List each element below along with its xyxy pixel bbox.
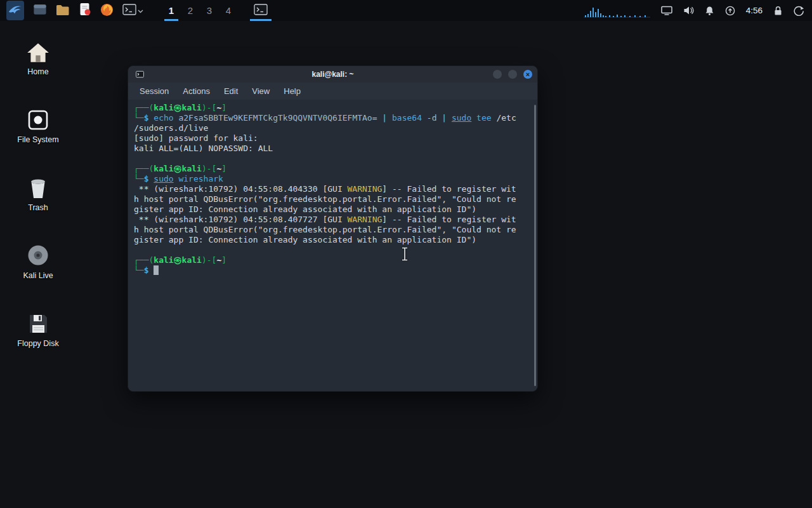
workspace-switcher: 1 2 3 4 xyxy=(162,0,238,21)
firefox-launcher[interactable] xyxy=(96,0,118,21)
icon-label: Floppy Disk xyxy=(13,339,63,348)
volume-icon[interactable] xyxy=(683,6,694,15)
menu-session[interactable]: Session xyxy=(133,84,175,98)
top-panel: 1 2 3 4 xyxy=(0,0,812,21)
workspace-4[interactable]: 4 xyxy=(219,0,238,21)
firefox-icon xyxy=(100,3,114,18)
taskbar-terminal-button[interactable] xyxy=(248,0,273,21)
desktop-icon-file-system[interactable]: File System xyxy=(13,104,63,144)
desktop-icon-floppy-disk[interactable]: Floppy Disk xyxy=(13,307,63,348)
terminal-icon xyxy=(122,3,136,18)
workspace-2[interactable]: 2 xyxy=(181,0,200,21)
notifications-bell-icon[interactable] xyxy=(705,6,714,16)
workspace-3[interactable]: 3 xyxy=(200,0,219,21)
icon-label: Kali Live xyxy=(13,271,63,280)
display-icon[interactable] xyxy=(661,5,672,16)
trash-icon xyxy=(13,171,63,199)
window-title: kali@kali: ~ xyxy=(128,70,537,79)
workspace-1[interactable]: 1 xyxy=(162,0,181,21)
terminal-launcher[interactable] xyxy=(118,0,148,21)
disc-icon xyxy=(13,239,63,267)
terminal-window: kali@kali: ~ × Session Actions Edit View… xyxy=(128,65,538,392)
menubar: Session Actions Edit View Help xyxy=(128,83,537,100)
terminal-line: /sudoers.d/live xyxy=(134,123,532,133)
chevron-down-icon xyxy=(138,6,143,15)
terminal-line: gister app ID: Connection already associ… xyxy=(134,235,532,245)
panel-left: 1 2 3 4 xyxy=(0,0,273,21)
terminal-line: ┌──(kali㉿kali)-[~] xyxy=(134,164,532,174)
menu-view[interactable]: View xyxy=(246,84,276,98)
menu-edit[interactable]: Edit xyxy=(218,84,244,98)
close-button[interactable]: × xyxy=(523,70,532,79)
menu-help[interactable]: Help xyxy=(277,84,307,98)
folder-launcher[interactable] xyxy=(51,0,74,21)
terminal-line xyxy=(134,154,532,164)
icon-label: Trash xyxy=(13,203,63,212)
scrollbar-thumb[interactable] xyxy=(534,105,536,386)
minimize-button[interactable] xyxy=(493,70,502,79)
floppy-icon xyxy=(13,307,63,335)
window-terminal-icon xyxy=(136,70,144,78)
system-monitor-graph[interactable] xyxy=(584,3,650,18)
terminal-line: ** (wireshark:10792) 04:55:08.404330 [GU… xyxy=(134,184,532,194)
terminal-line xyxy=(134,245,532,255)
home-icon xyxy=(13,36,63,64)
panel-right: 4:56 xyxy=(584,0,812,21)
terminal-output[interactable]: ┌──(kali㉿kali)-[~]└─$ echo a2FsaSBBTEw9K… xyxy=(128,100,537,391)
terminal-line: kali ALL=(ALL) NOPASSWD: ALL xyxy=(134,144,532,154)
terminal-line: h host portal QDBusError("org.freedeskto… xyxy=(134,194,532,204)
titlebar[interactable]: kali@kali: ~ × xyxy=(128,66,537,83)
clock[interactable]: 4:56 xyxy=(746,6,763,15)
kali-menu-button[interactable] xyxy=(0,0,29,21)
lock-screen-icon[interactable] xyxy=(773,6,783,16)
file-manager-launcher[interactable] xyxy=(29,0,51,21)
updates-icon[interactable] xyxy=(725,6,735,16)
kali-dragon-icon xyxy=(6,1,24,20)
terminal-icon xyxy=(254,3,268,18)
terminal-line: └─$ xyxy=(134,265,532,276)
window-controls: × xyxy=(493,70,532,79)
terminal-line: ┌──(kali㉿kali)-[~] xyxy=(134,103,532,113)
icon-label: Home xyxy=(13,67,63,76)
terminal-line: ┌──(kali㉿kali)-[~] xyxy=(134,255,532,265)
desktop-icon-kali-live[interactable]: Kali Live xyxy=(13,239,63,280)
terminal-line: └─$ sudo wireshark xyxy=(134,174,532,184)
maximize-button[interactable] xyxy=(508,70,517,79)
text-editor-icon xyxy=(79,3,91,18)
menu-actions[interactable]: Actions xyxy=(176,84,216,98)
terminal-line: └─$ echo a2FsaSBBTEw9KEFMTCkgTk9QQVNTV0Q… xyxy=(134,113,532,123)
terminal-line: ** (wireshark:10792) 04:55:08.407727 [GU… xyxy=(134,215,532,225)
terminal-line: h host portal QDBusError("org.freedeskto… xyxy=(134,225,532,235)
desktop-icon-trash[interactable]: Trash xyxy=(13,171,63,212)
terminal-line: [sudo] password for kali: xyxy=(134,133,532,144)
desktop-icon-home[interactable]: Home xyxy=(13,36,63,76)
terminal-line: gister app ID: Connection already associ… xyxy=(134,204,532,215)
session-restart-icon[interactable] xyxy=(794,6,804,16)
file-manager-icon xyxy=(33,3,47,18)
file-system-icon xyxy=(13,104,63,131)
icon-label: File System xyxy=(13,135,63,144)
text-editor-launcher[interactable] xyxy=(74,0,96,21)
folder-icon xyxy=(56,4,70,18)
